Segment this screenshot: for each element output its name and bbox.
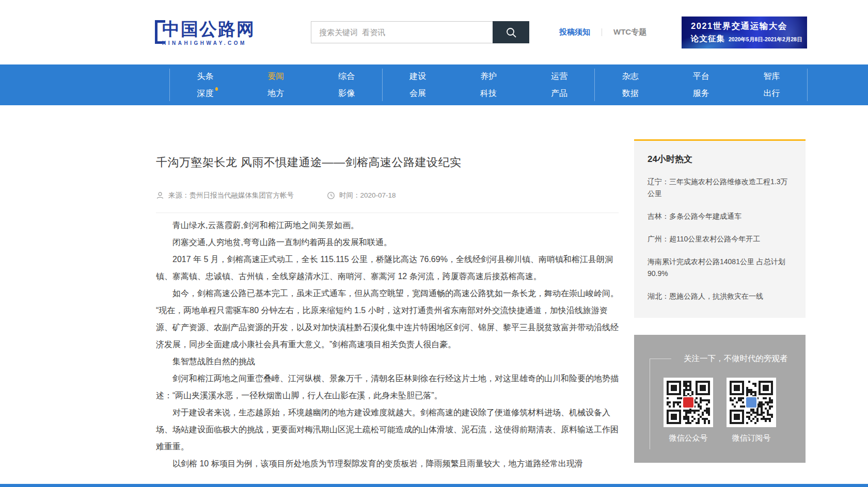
paragraph: 如今，剑榕高速公路已基本完工，虽未正式通车，但从高空眺望，宽阔通畅的高速公路犹如… (156, 285, 619, 353)
link-separator (602, 28, 602, 36)
follow-box-title: 关注一下，不做时代的旁观者 (634, 353, 806, 364)
wechat-follow-box: 关注一下，不做时代的旁观者 微信公众号 微信订阅号 (634, 335, 806, 463)
nav-item-huizhan[interactable]: 会展 (409, 89, 426, 98)
nav-separator (807, 69, 808, 101)
person-icon (156, 191, 164, 200)
hot-articles-title: 24小时热文 (648, 153, 792, 165)
banner-subtitle: 论文征集 (691, 34, 725, 44)
nav-item-zazhi[interactable]: 杂志 (622, 72, 639, 80)
main-navigation: 头条 深度 要闻 地方 综合 影像 建设 会展 养护 科技 运营 产品 杂志 数… (0, 64, 868, 105)
article-source: 来源：贵州日报当代融媒体集团官方帐号 (156, 191, 294, 200)
nav-col-yaowen-difang: 要闻 地方 (241, 64, 311, 105)
qr-label-public: 微信公众号 (664, 433, 713, 443)
nav-item-chuxing[interactable]: 出行 (764, 89, 780, 98)
qr-center-badge (745, 396, 757, 409)
wechat-subscription-qr-code (727, 378, 776, 427)
paragraph: 以剑榕 10 标项目为例，该项目所处地质为节理裂隙发育的变质板岩，降雨频繁且雨量… (156, 455, 619, 472)
nav-col-zhiku-chuxing: 智库 出行 (736, 64, 807, 105)
hot-articles-box: 24小时热文 辽宁：三年实施农村公路维修改造工程1.3万公里 吉林：多条公路今年… (634, 139, 806, 318)
submission-notice-link[interactable]: 投稿须知 (559, 27, 590, 37)
nav-item-chanpin[interactable]: 产品 (551, 89, 567, 98)
nav-item-keji[interactable]: 科技 (480, 89, 497, 98)
nav-item-jianshe[interactable]: 建设 (409, 72, 426, 80)
nav-item-difang[interactable]: 地方 (267, 89, 284, 98)
paragraph: 闭塞交通,人穷地贫,弯弯山路一直制约着两县的发展和联通。 (156, 234, 619, 251)
nav-item-yingxiang[interactable]: 影像 (338, 89, 355, 98)
article-meta: 来源：贵州日报当代融媒体集团官方帐号 时间：2020-07-18 (156, 191, 619, 200)
nav-col-pingtai-fuwu: 平台 服务 (666, 64, 736, 105)
sidebar: 24小时热文 辽宁：三年实施农村公路维修改造工程1.3万公里 吉林：多条公路今年… (634, 105, 806, 472)
nav-col-jianshe-huizhan: 建设 会展 (383, 64, 453, 105)
article-divider (156, 213, 619, 213)
site-header: 中国公路网 HINAHIGHWAY.COM 投稿须知 WTC专题 2021世界交 (0, 0, 868, 64)
paragraph: 剑河和榕江两地之间重峦叠嶂、江河纵横、景象万千，清朝名臣林则徐在行经这片土地，对… (156, 370, 619, 404)
nav-col-zazhi-shuju: 杂志 数据 (595, 64, 666, 105)
magnifier-icon (505, 26, 517, 39)
paragraph: 2017 年 5 月，剑榕高速正式动工，全长 115.115 公里，桥隧比高达 … (156, 251, 619, 285)
nav-col-toutiao-shendu: 头条 深度 (170, 64, 241, 105)
nav-item-yaowen-active[interactable]: 要闻 (267, 72, 284, 80)
wtc-topic-link[interactable]: WTC专题 (613, 27, 646, 37)
search-bar (311, 21, 529, 43)
search-input[interactable] (311, 21, 493, 43)
wtc-conference-banner[interactable]: 2021世界交通运输大会 论文征集 2020年5月8日-2021年2月28日 (682, 17, 807, 48)
paragraph: 对于建设者来说，生态越原始，环境越幽闭的地方建设难度就越大。剑榕高速的建设除了便… (156, 404, 619, 455)
nav-item-yanghu[interactable]: 养护 (480, 72, 497, 80)
article-title: 千沟万壑架长龙 风雨不惧建通途——剑榕高速公路建设纪实 (156, 155, 619, 170)
banner-dates: 2020年5月8日-2021年2月28日 (729, 36, 802, 43)
article: 千沟万壑架长龙 风雨不惧建通途——剑榕高速公路建设纪实 来源：贵州日报当代融媒体… (156, 105, 619, 472)
hot-article-link[interactable]: 广州：超110公里农村公路今年开工 (648, 233, 792, 245)
article-time: 时间：2020-07-18 (327, 191, 396, 200)
hot-article-link[interactable]: 吉林：多条公路今年建成通车 (648, 210, 792, 222)
nav-item-yunying[interactable]: 运营 (551, 72, 567, 80)
qr-label-subscription: 微信订阅号 (727, 433, 776, 443)
logo-text-en: HINAHIGHWAY.COM (162, 40, 255, 46)
footer-top-bar (0, 484, 868, 487)
nav-col-yunying-chanpin: 运营 产品 (524, 64, 594, 105)
wechat-public-qr-code (664, 378, 713, 427)
site-logo[interactable]: 中国公路网 HINAHIGHWAY.COM (155, 19, 255, 46)
nav-col-yanghu-keji: 养护 科技 (453, 64, 524, 105)
nav-item-toutiao[interactable]: 头条 (197, 72, 213, 80)
search-button[interactable] (493, 21, 529, 43)
nav-col-zonghe-yingxiang: 综合 影像 (311, 64, 382, 105)
logo-text-cn: 中国公路网 (162, 19, 255, 39)
nav-item-shendu[interactable]: 深度 (197, 89, 213, 98)
hot-article-link[interactable]: 海南累计完成农村公路14081公里 占总计划90.9% (648, 256, 792, 280)
nav-item-pingtai[interactable]: 平台 (693, 72, 709, 80)
banner-title: 2021世界交通运输大会 (691, 21, 807, 32)
nav-item-zhiku[interactable]: 智库 (764, 72, 780, 80)
nav-item-fuwu[interactable]: 服务 (693, 89, 709, 98)
nav-item-zonghe[interactable]: 综合 (338, 72, 355, 80)
article-body: 青山绿水,云蒸霞蔚,剑河和榕江两地之间美景如画。 闭塞交通,人穷地贫,弯弯山路一… (156, 217, 619, 472)
clock-icon (327, 191, 335, 200)
section-heading: 集智慧战胜自然的挑战 (156, 353, 619, 370)
paragraph: 青山绿水,云蒸霞蔚,剑河和榕江两地之间美景如画。 (156, 217, 619, 234)
qr-center-badge (682, 396, 695, 409)
new-dot-icon (215, 87, 218, 91)
hot-article-link[interactable]: 辽宁：三年实施农村公路维修改造工程1.3万公里 (648, 176, 792, 200)
nav-item-shuju[interactable]: 数据 (622, 89, 639, 98)
hot-article-link[interactable]: 湖北：恩施公路人，抗洪救灾在一线 (648, 290, 792, 302)
